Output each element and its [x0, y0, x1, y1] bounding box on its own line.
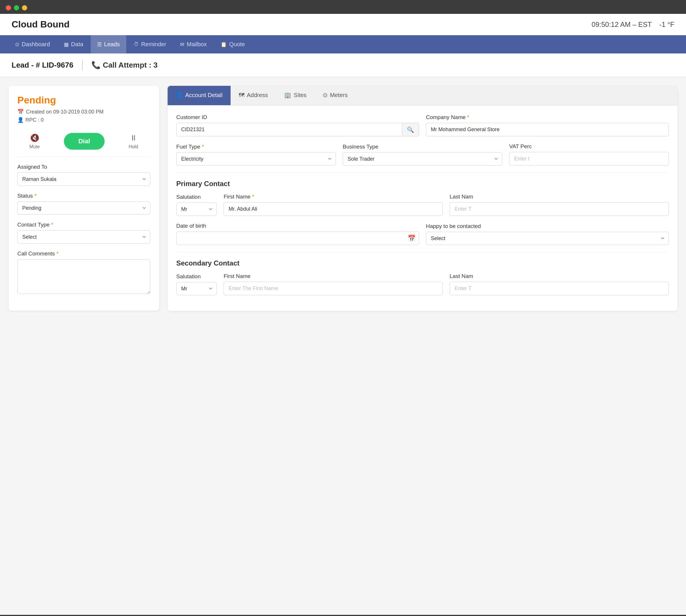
first-name-required: *: [252, 194, 254, 200]
header-divider: [82, 60, 83, 70]
fuel-type-select[interactable]: Electricity Gas Dual: [176, 152, 336, 166]
call-attempt-label: Call Attempt : 3: [103, 61, 158, 70]
app-container: Cloud Bound 09:50:12 AM – EST -1 °F ⊙ Da…: [0, 14, 686, 615]
tabs-bar: 👤 Account Detail 🗺 Address 🏢 Sites ⊙ Met…: [168, 86, 677, 106]
primary-first-name-input[interactable]: [224, 202, 443, 216]
fuel-type-label: Fuel Type *: [176, 144, 336, 150]
dob-col: Date of birth 📅: [176, 223, 419, 245]
account-detail-tab-label: Account Detail: [185, 92, 222, 98]
hold-icon: ⏸: [130, 133, 137, 142]
status-select[interactable]: Pending Active Closed: [17, 201, 150, 215]
data-icon: ▦: [64, 41, 69, 48]
account-detail-content: Customer ID 🔍 Company Name *: [168, 106, 677, 311]
tab-address[interactable]: 🗺 Address: [230, 86, 276, 105]
tab-sites[interactable]: 🏢 Sites: [276, 86, 314, 105]
primary-first-name-label: First Name *: [224, 194, 443, 200]
call-comments-required: *: [56, 250, 58, 257]
person-icon: 👤: [17, 117, 24, 123]
mute-control[interactable]: 🔇 Mute: [29, 133, 40, 149]
hold-label: Hold: [129, 144, 138, 149]
primary-contact-title: Primary Contact: [176, 180, 669, 188]
secondary-salutation-label: Salutation: [176, 273, 217, 280]
nav-label-dashboard: Dashboard: [22, 41, 50, 48]
rpc-value: RPC : 0: [25, 117, 44, 123]
nav-item-data[interactable]: ▦ Data: [58, 35, 90, 53]
top-bar: Cloud Bound 09:50:12 AM – EST -1 °F: [0, 14, 686, 35]
leads-icon: ☰: [97, 41, 102, 48]
secondary-name-row: Salutation Mr Mrs Ms Dr First Name La: [176, 273, 669, 295]
nav-item-quote[interactable]: 📋 Quote: [214, 35, 251, 53]
secondary-salutation-select[interactable]: Mr Mrs Ms Dr: [176, 282, 217, 295]
nav-item-dashboard[interactable]: ⊙ Dashboard: [9, 35, 56, 53]
primary-first-name-col: First Name *: [224, 194, 443, 216]
nav-label-mailbox: Mailbox: [187, 41, 206, 48]
status-required: *: [35, 193, 37, 199]
call-icon: 📞: [91, 61, 101, 70]
secondary-first-name-input[interactable]: [224, 282, 443, 295]
customer-id-input-wrap: 🔍: [176, 123, 419, 136]
customer-id-label: Customer ID: [176, 114, 419, 120]
dial-button[interactable]: Dial: [64, 133, 104, 150]
secondary-first-name-label: First Name: [224, 273, 443, 279]
right-panel: 👤 Account Detail 🗺 Address 🏢 Sites ⊙ Met…: [168, 86, 677, 311]
call-comments-group: Call Comments *: [17, 250, 150, 295]
address-tab-icon: 🗺: [239, 92, 244, 98]
dob-label: Date of birth: [176, 223, 419, 229]
section-divider-2: [176, 252, 669, 252]
tab-account-detail[interactable]: 👤 Account Detail: [168, 86, 230, 105]
primary-salutation-col: Salutation Mr Mrs Ms Dr: [176, 194, 217, 216]
assigned-to-select[interactable]: Raman Sukala: [17, 173, 150, 186]
nav-label-leads: Leads: [104, 41, 120, 48]
secondary-last-name-input[interactable]: [450, 282, 669, 295]
company-name-col: Company Name *: [426, 114, 669, 136]
left-panel: Pending 📅 Created on 09-10-2019 03:00 PM…: [9, 86, 159, 311]
business-type-select[interactable]: Sole Trader Limited Company Partnership: [343, 152, 502, 166]
account-detail-tab-icon: 👤: [176, 92, 183, 98]
meters-tab-icon: ⊙: [323, 92, 328, 98]
mute-label: Mute: [29, 144, 40, 149]
primary-last-name-input[interactable]: [450, 202, 669, 216]
customer-id-col: Customer ID 🔍: [176, 114, 419, 136]
maximize-button[interactable]: [22, 5, 27, 10]
lead-id: Lead - # LID-9676: [12, 61, 73, 70]
rpc-info: 👤 RPC : 0: [17, 117, 150, 123]
dob-input[interactable]: [176, 232, 419, 245]
primary-name-row: Salutation Mr Mrs Ms Dr First Name *: [176, 194, 669, 216]
nav-item-reminder[interactable]: ⏱ Reminder: [128, 35, 173, 53]
call-comments-label: Call Comments *: [17, 250, 150, 257]
company-name-required: *: [467, 114, 469, 120]
secondary-last-name-label: Last Nam: [450, 273, 669, 279]
call-attempt: 📞 Call Attempt : 3: [91, 61, 158, 70]
assigned-to-label: Assigned To: [17, 164, 150, 170]
created-date: Created on 09-10-2019 03:00 PM: [26, 109, 104, 115]
dob-input-wrap: 📅: [176, 232, 419, 245]
mute-icon: 🔇: [30, 133, 39, 142]
tab-meters[interactable]: ⊙ Meters: [315, 86, 356, 105]
meters-tab-label: Meters: [330, 92, 348, 98]
primary-last-name-col: Last Nam: [450, 194, 669, 216]
minimize-button[interactable]: [14, 5, 19, 10]
fuel-type-required: *: [202, 144, 204, 150]
nav-item-leads[interactable]: ☰ Leads: [91, 35, 126, 53]
time-display: 09:50:12 AM – EST: [592, 21, 651, 28]
vat-perc-label: VAT Perc: [509, 143, 669, 150]
nav-item-mailbox[interactable]: ✉ Mailbox: [174, 35, 213, 53]
secondary-first-name-col: First Name: [224, 273, 443, 295]
nav-label-reminder: Reminder: [141, 41, 167, 48]
nav-bar: ⊙ Dashboard ▦ Data ☰ Leads ⏱ Reminder ✉ …: [0, 35, 686, 53]
customer-id-search-button[interactable]: 🔍: [402, 123, 419, 136]
sites-tab-label: Sites: [293, 92, 306, 98]
primary-salutation-select[interactable]: Mr Mrs Ms Dr: [176, 202, 217, 216]
calendar-icon: 📅: [17, 109, 24, 115]
company-name-input[interactable]: [426, 123, 669, 136]
happy-contact-select[interactable]: Select Yes No: [426, 232, 669, 245]
customer-id-input[interactable]: [176, 123, 402, 136]
dob-happy-row: Date of birth 📅 Happy to be contacted Se…: [176, 223, 669, 245]
close-button[interactable]: [6, 5, 11, 10]
contact-type-select[interactable]: Select: [17, 230, 150, 244]
call-comments-textarea[interactable]: [17, 259, 150, 294]
vat-perc-input[interactable]: [509, 152, 669, 166]
hold-control[interactable]: ⏸ Hold: [129, 133, 138, 149]
status-group: Status * Pending Active Closed: [17, 193, 150, 215]
dob-calendar-button[interactable]: 📅: [408, 235, 416, 242]
